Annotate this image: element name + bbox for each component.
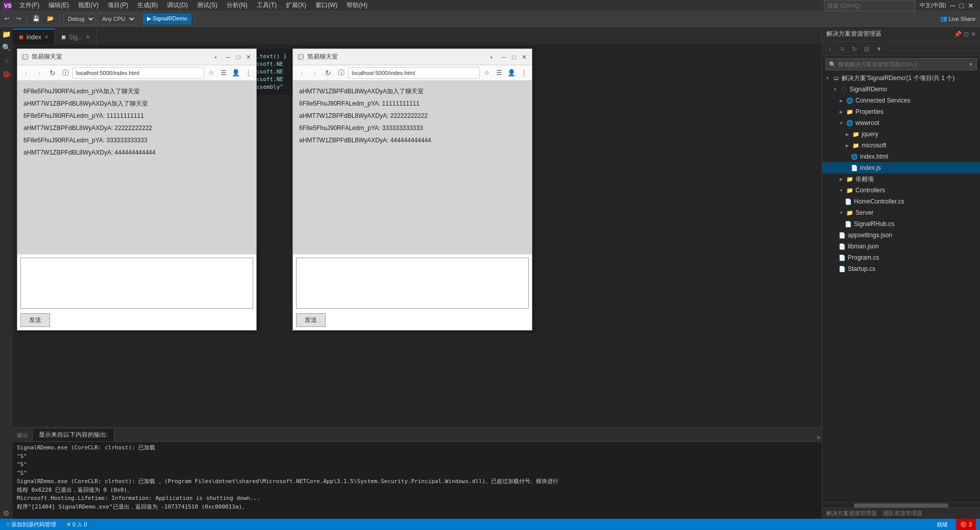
solution-search-box[interactable]: 🔍 ▼ — [825, 58, 977, 70]
tree-microsoft[interactable]: ▶ 📁 microsoft — [822, 140, 980, 151]
solution-filter-btn[interactable]: ▼ — [873, 43, 885, 55]
tree-startup[interactable]: 📄 Startup.cs — [822, 263, 980, 274]
tree-jquery[interactable]: ▶ 📁 jquery — [822, 129, 980, 140]
browser-2-refresh[interactable]: ↻ — [323, 67, 334, 79]
close-btn[interactable]: ✕ — [968, 2, 974, 10]
menu-help[interactable]: 帮助(H) — [342, 0, 372, 11]
browser-1-maximize[interactable]: □ — [235, 54, 242, 61]
browser-1-chat-input[interactable] — [20, 258, 253, 309]
solution-close-icon[interactable]: ✕ — [971, 31, 976, 38]
browser-2-account-icon[interactable]: 👤 — [506, 68, 517, 78]
explorer-icon[interactable]: 📁 — [1, 29, 12, 40]
solution-sync-btn[interactable]: ↕ — [824, 43, 836, 55]
menu-debug[interactable]: 调试(D) — [163, 0, 192, 11]
browser-2-minimize[interactable]: ─ — [500, 54, 507, 61]
tree-index-js[interactable]: 📄 index.js — [822, 162, 980, 173]
save-btn[interactable]: 💾 — [30, 13, 42, 24]
menu-view[interactable]: 视图(V) — [74, 0, 103, 11]
errors-status[interactable]: ✕ 0 ⚠ 0 — [64, 519, 89, 530]
solution-undock-icon[interactable]: ⊡ — [964, 31, 969, 38]
run-button[interactable]: ▶ SignalRDemo — [143, 13, 191, 24]
debug-icon[interactable]: 🐞 — [1, 68, 12, 80]
browser-2-maximize[interactable]: □ — [510, 54, 518, 61]
git-branch-status[interactable]: ⑂ 添加到源代码管理 — [4, 519, 58, 530]
solution-props-btn[interactable]: ≡ — [837, 43, 848, 55]
browser-1-bookmark-icon[interactable]: ☆ — [206, 68, 216, 78]
tree-libman[interactable]: 📄 libman.json — [822, 241, 980, 252]
debug-config-dropdown[interactable]: Debug — [63, 13, 95, 24]
output-panel: 输出 显示来自以下内容的输出: ✕ SignalRDemo.exe (CoreC… — [13, 427, 822, 519]
browser-1-new-tab[interactable]: + — [214, 54, 217, 60]
output-tab-content[interactable]: 显示来自以下内容的输出: — [33, 429, 114, 441]
output-close-btn[interactable]: ✕ — [815, 434, 822, 441]
browser-1-back[interactable]: ‹ — [20, 67, 32, 79]
search-icon[interactable]: 🔍 — [1, 42, 12, 53]
settings-icon[interactable]: ⚙ — [1, 508, 12, 519]
tree-signalrhub[interactable]: 📄 SignalRHub.cs — [822, 218, 980, 230]
live-share-btn[interactable]: 👥 Live Share — [938, 13, 978, 24]
browser-1-close[interactable]: ✕ — [245, 54, 252, 61]
tree-controllers[interactable]: ▼ 📁 Controllers — [822, 185, 980, 196]
browser-1-forward[interactable]: › — [34, 67, 45, 79]
platform-dropdown[interactable]: Any CPU — [97, 13, 136, 24]
browser-2-send-btn[interactable]: 发送 — [296, 313, 326, 327]
menu-file[interactable]: 文件(F) — [15, 0, 43, 11]
maximize-btn[interactable]: □ — [960, 2, 964, 10]
signalrhub-icon: 📄 — [844, 220, 852, 228]
solution-search-input[interactable] — [838, 61, 966, 67]
tree-server[interactable]: ▼ 📁 Server — [822, 207, 980, 218]
tree-homecontroller[interactable]: 📄 HomeController.cs — [822, 196, 980, 207]
menu-tools[interactable]: 工具(T) — [253, 0, 281, 11]
tree-wwwroot[interactable]: ▼ 🌐 wwwroot — [822, 117, 980, 129]
browser-2-reader-icon[interactable]: ☰ — [494, 68, 504, 78]
tree-program[interactable]: 📄 Program.cs — [822, 252, 980, 263]
browser-1-menu-icon[interactable]: ⋮ — [243, 68, 253, 78]
browser-2-chat-input[interactable] — [296, 258, 529, 309]
vs-search-input[interactable] — [824, 0, 916, 11]
tree-solution-root[interactable]: ▼ 🗂 解决方案'SignalRDemo'(1 个项目/共 1 个) — [822, 72, 980, 84]
browser-1-minimize[interactable]: ─ — [225, 54, 232, 61]
undo-btn[interactable]: ↩ — [2, 13, 12, 24]
menu-build[interactable]: 生成(B) — [133, 0, 162, 11]
browser-1-reader-icon[interactable]: ☰ — [218, 68, 229, 78]
open-btn[interactable]: 📂 — [44, 13, 57, 24]
tree-index-html[interactable]: 🌐 index.html — [822, 151, 980, 162]
solution-pin-icon[interactable]: 📌 — [954, 31, 962, 38]
menu-analyze[interactable]: 分析(N) — [223, 0, 252, 11]
browser-1-refresh[interactable]: ↻ — [47, 67, 58, 79]
tree-dependencies[interactable]: ▶ 📁 依赖项 — [822, 173, 980, 185]
git-icon[interactable]: ⑂ — [1, 55, 12, 66]
tab-close-index[interactable]: ✕ — [44, 34, 48, 40]
menu-extensions[interactable]: 扩展(X) — [282, 0, 310, 11]
menu-project[interactable]: 项目(P) — [104, 0, 132, 11]
tree-connected-services[interactable]: ▶ 🌐 Connected Services — [822, 95, 980, 106]
tree-properties[interactable]: ▶ 📁 Properties — [822, 106, 980, 117]
redo-btn[interactable]: ↪ — [14, 13, 23, 24]
tab-close-sig[interactable]: ✕ — [86, 34, 90, 40]
tree-project[interactable]: ▼ ⬡ SignalRDemo — [822, 84, 980, 95]
minimize-btn[interactable]: ─ — [950, 2, 955, 10]
browser-1-url-input[interactable] — [72, 67, 204, 79]
warning-icon: ⚠ — [77, 521, 82, 528]
browser-2-url-input[interactable] — [348, 67, 480, 79]
solution-refresh-btn[interactable]: ↻ — [849, 43, 860, 55]
browser-2-close[interactable]: ✕ — [521, 54, 528, 61]
team-explorer-bottom-tab[interactable]: 团队资源管理器 — [883, 510, 922, 517]
browser-2-favicon: 💬 — [297, 54, 304, 61]
menu-edit[interactable]: 编辑(E) — [44, 0, 73, 11]
browser-2-back[interactable]: ‹ — [296, 67, 307, 79]
browser-1-send-btn[interactable]: 发送 — [20, 313, 50, 327]
browser-2-bookmark-icon[interactable]: ☆ — [482, 68, 492, 78]
browser-2-forward[interactable]: › — [309, 67, 321, 79]
solution-collapse-btn[interactable]: ⊟ — [861, 43, 872, 55]
browser-1-account-icon[interactable]: 👤 — [231, 68, 241, 78]
tab-sig[interactable]: ◼ Sig... ✕ — [55, 29, 96, 44]
browser-2-new-tab[interactable]: + — [490, 54, 493, 60]
tree-appsettings[interactable]: 📄 appsettings.json — [822, 230, 980, 241]
menu-window[interactable]: 窗口(W) — [311, 0, 341, 11]
tab-index[interactable]: ◼ index ✕ — [13, 29, 55, 44]
solution-search-dropdown-icon[interactable]: ▼ — [968, 62, 973, 67]
menu-test[interactable]: 测试(S) — [193, 0, 222, 11]
browser-2-menu-icon[interactable]: ⋮ — [519, 68, 529, 78]
solution-explorer-bottom-tab[interactable]: 解决方案资源管理器 — [826, 510, 877, 517]
